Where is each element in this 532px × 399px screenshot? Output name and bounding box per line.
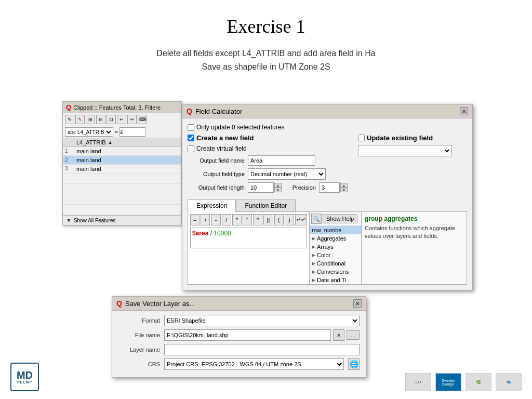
search-icon-button[interactable]: 🔍 xyxy=(311,214,322,224)
expr-dollar-area: $area xyxy=(192,230,208,237)
output-type-row: Output field type Decimal number (real) xyxy=(188,168,348,180)
create-new-field-row: Create a new field xyxy=(188,134,348,142)
crs-globe-button[interactable]: 🌐 xyxy=(348,358,360,370)
output-type-select[interactable]: Decimal number (real) xyxy=(248,168,326,180)
func-item-label: Arrays xyxy=(317,244,334,250)
precision-down-btn[interactable]: ▼ xyxy=(340,188,348,192)
func-item-dateandtime[interactable]: ▶ Date and Ti xyxy=(310,276,361,284)
mul-btn[interactable]: * xyxy=(232,214,242,225)
create-new-field-label: Create a new field xyxy=(196,134,254,142)
func-item-aggregates[interactable]: ▶ Aggregates xyxy=(310,234,361,243)
output-name-label: Output field name xyxy=(188,157,245,164)
tb3[interactable]: ⊞ xyxy=(86,115,95,124)
format-select[interactable]: ESRI Shapefile xyxy=(164,315,360,326)
save-titlebar: Q Save Vector Layer as... ✕ xyxy=(112,297,366,311)
precision-up-btn[interactable]: ▲ xyxy=(340,183,348,188)
minus-btn[interactable]: - xyxy=(211,214,220,225)
tab-expression[interactable]: Expression xyxy=(188,200,236,212)
crs-select[interactable]: Project CRS: EPSG:32702 - WGS 84 / UTM z… xyxy=(164,358,344,370)
divide-btn[interactable]: / xyxy=(222,214,231,225)
func-item-label: row_numbe xyxy=(312,227,341,233)
tb5[interactable]: ⊡ xyxy=(107,115,116,124)
precision-spinbox-arrows: ▲ ▼ xyxy=(340,183,348,192)
output-name-row: Output field name xyxy=(188,155,348,166)
tb7[interactable]: ↪ xyxy=(127,115,137,124)
func-item-label: Aggregates xyxy=(317,235,346,242)
update-existing-label: Update existing field xyxy=(367,134,433,142)
field-selector[interactable]: abc L4_ATTRIB xyxy=(65,127,113,137)
md-logo-sub: PELMP xyxy=(17,380,32,384)
equals-sign: = xyxy=(115,129,118,135)
group-agg-title: group aggregates xyxy=(365,215,463,222)
create-virtual-row: Create virtual field xyxy=(188,145,348,152)
precision-label: Precision xyxy=(285,184,316,191)
table-row[interactable]: 1 main land xyxy=(63,147,181,156)
help-panel: group aggregates Contains functions whic… xyxy=(362,212,467,285)
layer-name-input[interactable] xyxy=(164,344,360,355)
crs-label: CRS xyxy=(118,361,160,367)
plus-btn[interactable]: + xyxy=(201,214,210,225)
create-new-field-checkbox-label[interactable]: Create a new field xyxy=(188,134,254,142)
eq-btn[interactable]: = xyxy=(190,214,200,225)
table-row[interactable]: 3 main land xyxy=(63,165,181,174)
sweden-logo: SwedenSverige xyxy=(435,373,461,391)
calc-window-title: Field Calculator xyxy=(195,108,242,115)
create-new-field-checkbox[interactable] xyxy=(188,135,194,141)
newline-btn[interactable]: ↵n^ xyxy=(295,214,307,225)
expression-area: = + - / * " ^ || ( ) ↵n^ $area / 10000 xyxy=(188,212,467,285)
only-update-checkbox[interactable] xyxy=(188,124,194,131)
update-existing-checkbox[interactable] xyxy=(358,135,365,141)
caret-btn[interactable]: ^ xyxy=(253,214,262,225)
tb2[interactable]: ✎ xyxy=(75,115,85,124)
create-virtual-label: Create virtual field xyxy=(196,145,247,152)
func-item-arrays[interactable]: ▶ Arrays xyxy=(310,243,361,251)
expression-text-box[interactable]: $area / 10000 xyxy=(190,228,307,248)
precision-input[interactable] xyxy=(319,182,340,193)
table-row-empty xyxy=(63,174,181,184)
func-item-conditional[interactable]: ▶ Conditional xyxy=(310,259,361,268)
tb6[interactable]: ↩ xyxy=(117,115,126,124)
edit-btn[interactable]: ✎ xyxy=(65,115,74,124)
length-input[interactable] xyxy=(248,182,274,193)
page-subtitle: Delete all fields except L4_ATTRIB and a… xyxy=(0,37,532,73)
attr-toolbar: ✎ ✎ ⊞ ⊟ ⊡ ↩ ↪ ⌨ xyxy=(63,113,181,126)
func-item-color[interactable]: ▶ Color xyxy=(310,251,361,259)
expand-icon: ▶ xyxy=(312,269,315,274)
row-num-header xyxy=(63,138,73,147)
file-name-input[interactable] xyxy=(164,329,331,341)
update-existing-field-select[interactable] xyxy=(358,145,451,156)
expand-icon: ▶ xyxy=(312,244,315,249)
save-close-button[interactable]: ✕ xyxy=(353,299,362,308)
func-item-conversions[interactable]: ▶ Conversions xyxy=(310,268,361,276)
file-clear-button[interactable]: ✕ xyxy=(333,329,344,341)
create-virtual-checkbox[interactable] xyxy=(188,145,194,152)
rparen-btn[interactable]: ) xyxy=(285,214,294,225)
length-up-btn[interactable]: ▲ xyxy=(274,183,282,188)
expand-icon: ▶ xyxy=(312,236,315,241)
lparen-btn[interactable]: ( xyxy=(274,214,284,225)
show-help-button[interactable]: Show Help xyxy=(323,214,357,223)
tab-function-editor[interactable]: Function Editor xyxy=(236,200,296,211)
group-agg-desc: Contains functions which aggregate value… xyxy=(365,224,463,241)
quote-btn[interactable]: " xyxy=(243,214,252,225)
output-length-label: Output field length xyxy=(188,184,245,191)
function-list: row_numbe ▶ Aggregates ▶ Arrays ▶ Color xyxy=(310,226,361,284)
pipes-btn[interactable]: || xyxy=(263,214,273,225)
only-update-checkbox-label[interactable]: Only update 0 selected features xyxy=(188,124,284,131)
calc-close-button[interactable]: ✕ xyxy=(460,107,468,115)
create-virtual-checkbox-label[interactable]: Create virtual field xyxy=(188,145,247,152)
show-all-features-label: Show All Features xyxy=(74,218,116,223)
output-name-input[interactable] xyxy=(248,155,315,166)
table-row[interactable]: 2 main land xyxy=(63,156,181,165)
length-down-btn[interactable]: ▼ xyxy=(274,188,282,192)
update-existing-checkbox-label[interactable]: Update existing field xyxy=(358,134,433,142)
expand-icon: ▶ xyxy=(312,277,315,283)
func-item-rownum[interactable]: row_numbe xyxy=(310,226,361,234)
logos-area: EU SwedenSverige 🌿 🐟 xyxy=(405,373,522,391)
tb4[interactable]: ⊟ xyxy=(96,115,105,124)
attribute-table-window: Q Clipped :: Features Total: 3, Filtere … xyxy=(62,101,182,225)
eu-logo: EU xyxy=(405,373,431,391)
file-browse-button[interactable]: … xyxy=(347,330,360,340)
tb8[interactable]: ⌨ xyxy=(138,115,147,124)
filter-input[interactable] xyxy=(119,127,145,137)
